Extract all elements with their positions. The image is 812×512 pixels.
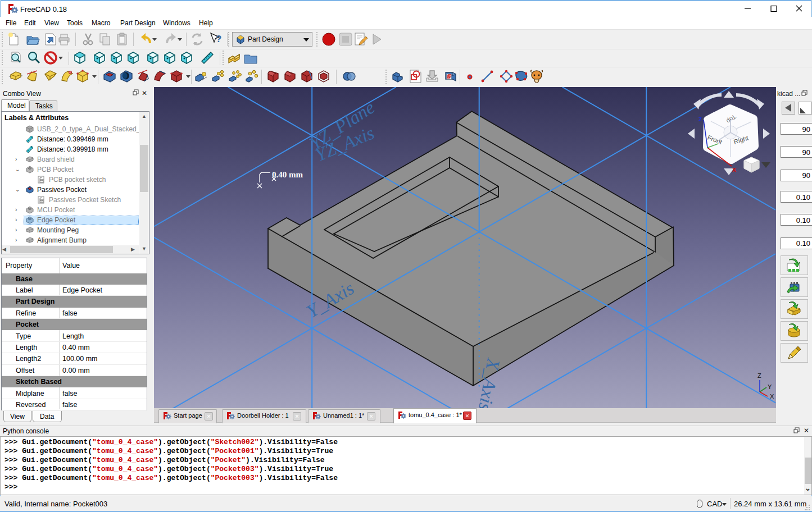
svg-text:0.40 mm: 0.40 mm	[272, 170, 303, 179]
svg-text:x: x	[732, 165, 737, 173]
svg-text:Z: Z	[757, 372, 761, 379]
svg-text:X: X	[770, 393, 774, 400]
svg-text:z: z	[698, 115, 702, 123]
svg-text:?: ?	[216, 34, 221, 44]
svg-text:Y: Y	[768, 383, 772, 390]
